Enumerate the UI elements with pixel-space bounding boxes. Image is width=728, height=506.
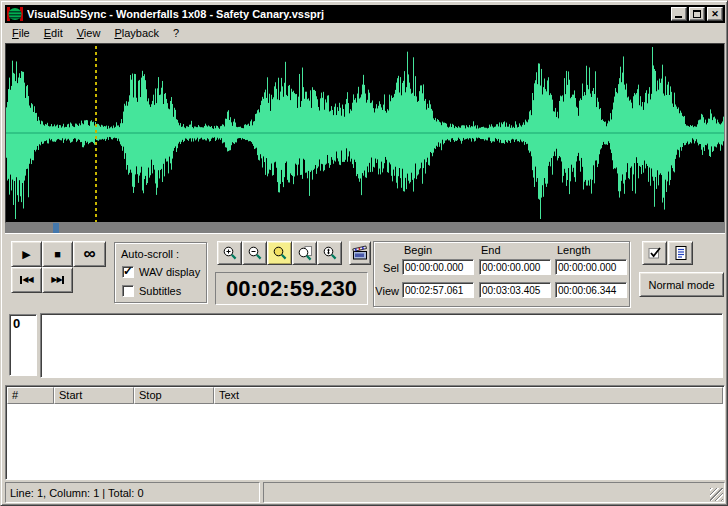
- subtitles-checkbox[interactable]: [122, 285, 134, 297]
- menu-bar: File Edit View Playback ?: [5, 24, 725, 43]
- view-begin-field[interactable]: [402, 282, 474, 298]
- wav-display-checkbox[interactable]: [122, 266, 134, 278]
- maximize-button[interactable]: [689, 7, 705, 21]
- subtitle-list-body[interactable]: [7, 404, 723, 478]
- close-button[interactable]: ✕: [707, 7, 723, 21]
- view-length-field[interactable]: [555, 282, 627, 298]
- waveform-position-bar[interactable]: [5, 223, 725, 234]
- minimize-button[interactable]: [671, 7, 687, 21]
- subtitle-text-input[interactable]: [40, 313, 723, 378]
- minimize-icon: [675, 16, 682, 18]
- time-display: 00:02:59.230: [215, 272, 368, 305]
- waveform-panel[interactable]: [5, 43, 725, 223]
- column-header-number[interactable]: #: [7, 387, 54, 404]
- wav-display-label: WAV display: [139, 266, 200, 278]
- view-row-label: View: [373, 285, 399, 297]
- app-icon: [7, 6, 23, 22]
- play-button[interactable]: ▶: [11, 241, 42, 267]
- stop-icon: ■: [54, 249, 61, 260]
- zoom-in-button[interactable]: [217, 241, 242, 265]
- previous-button[interactable]: ◀◀: [11, 267, 42, 293]
- length-column-header: Length: [557, 244, 627, 256]
- char-counter: 0: [9, 314, 37, 376]
- stop-button[interactable]: ■: [42, 241, 73, 267]
- error-check-button[interactable]: [642, 241, 667, 265]
- sel-length-field[interactable]: [555, 259, 627, 275]
- zoom-all-icon: [297, 245, 313, 261]
- skip-forward-icon: ▶▶: [51, 276, 63, 284]
- zoom-in-icon: [222, 245, 238, 261]
- subtitle-list-header: # Start Stop Text: [7, 387, 723, 404]
- column-header-start[interactable]: Start: [54, 387, 134, 404]
- autoscroll-label: Auto-scroll :: [121, 248, 179, 260]
- subtitle-list: # Start Stop Text: [5, 385, 725, 480]
- autoscroll-group: Auto-scroll : WAV display Subtitles: [114, 242, 207, 303]
- zoom-all-button[interactable]: [292, 241, 317, 265]
- skip-back-icon: ◀◀: [20, 276, 32, 284]
- column-header-stop[interactable]: Stop: [134, 387, 214, 404]
- menu-file[interactable]: File: [5, 25, 37, 42]
- zoom-out-button[interactable]: [242, 241, 267, 265]
- column-header-text[interactable]: Text: [214, 387, 723, 404]
- loop-icon: ∞: [83, 247, 95, 261]
- resize-grip-icon[interactable]: [710, 488, 723, 501]
- menu-playback[interactable]: Playback: [107, 25, 166, 42]
- video-button[interactable]: [349, 241, 371, 265]
- begin-column-header: Begin: [404, 244, 474, 256]
- next-button[interactable]: ▶▶: [42, 267, 73, 293]
- title-bar[interactable]: VisualSubSync - Wonderfalls 1x08 - Safet…: [5, 5, 725, 23]
- sel-begin-field[interactable]: [402, 259, 474, 275]
- clapperboard-icon: [352, 245, 368, 261]
- zoom-selection-button[interactable]: [267, 241, 292, 265]
- sel-end-field[interactable]: [479, 259, 551, 275]
- view-end-field[interactable]: [479, 282, 551, 298]
- zoom-selection-icon: [272, 245, 288, 261]
- window-title: VisualSubSync - Wonderfalls 1x08 - Safet…: [27, 8, 669, 20]
- text-pipe-button[interactable]: [668, 241, 693, 265]
- menu-edit[interactable]: Edit: [37, 25, 70, 42]
- document-icon: [673, 245, 689, 261]
- loop-button[interactable]: ∞: [73, 241, 106, 267]
- maximize-icon: [693, 10, 701, 18]
- checkmark-icon: [647, 245, 663, 261]
- mode-button[interactable]: Normal mode: [639, 272, 724, 297]
- sel-row-label: Sel: [375, 262, 399, 274]
- play-icon: ▶: [22, 249, 30, 260]
- menu-view[interactable]: View: [70, 25, 108, 42]
- menu-help[interactable]: ?: [166, 25, 186, 42]
- zoom-vertical-icon: [322, 245, 338, 261]
- status-text: Line: 1, Column: 1 | Total: 0: [10, 487, 144, 499]
- zoom-vertical-button[interactable]: [317, 241, 342, 265]
- status-panel-left: Line: 1, Column: 1 | Total: 0: [5, 482, 260, 503]
- position-thumb[interactable]: [53, 223, 59, 233]
- end-column-header: End: [481, 244, 551, 256]
- waveform-canvas[interactable]: [6, 44, 724, 222]
- status-panel-right: [263, 482, 725, 503]
- zoom-out-icon: [247, 245, 263, 261]
- close-icon: ✕: [711, 10, 719, 19]
- app-window: VisualSubSync - Wonderfalls 1x08 - Safet…: [0, 0, 728, 506]
- subtitles-label: Subtitles: [139, 285, 181, 297]
